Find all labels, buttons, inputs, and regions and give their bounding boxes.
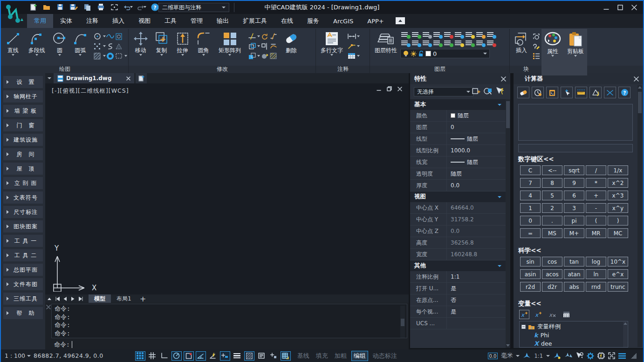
dimension-icon[interactable] <box>347 32 356 41</box>
annotation-monitor-icon[interactable] <box>281 351 291 361</box>
layer-restore-icon[interactable] <box>465 39 475 48</box>
sci-key[interactable]: rnd <box>586 282 606 292</box>
toggle-fill[interactable]: 填充 <box>314 351 330 361</box>
tab-online[interactable]: 在线 <box>274 14 300 28</box>
property-row-transparency[interactable]: 透明度随层 <box>410 168 506 180</box>
point-icon[interactable] <box>93 42 102 50</box>
quick-properties-icon[interactable] <box>256 351 267 361</box>
calc-key[interactable]: MS <box>542 228 562 238</box>
sidebar-item-site-plan[interactable]: 总图平面 <box>3 264 43 276</box>
property-row-height[interactable]: 高度36256.8 <box>410 237 506 249</box>
trim-icon[interactable] <box>247 32 256 41</box>
document-tab[interactable]: Drawing1.dwg <box>54 73 134 83</box>
sidebar-item-room[interactable]: 房 间 <box>3 148 43 160</box>
maximize-icon[interactable] <box>613 1 627 14</box>
boundary-icon[interactable] <box>115 52 123 60</box>
calculator-input[interactable] <box>518 144 633 152</box>
attribute-list-icon[interactable] <box>532 52 541 60</box>
calc-intersection-icon[interactable] <box>604 87 616 98</box>
object-snap-icon[interactable] <box>184 351 194 361</box>
property-row-lineweight[interactable]: 线宽随层 <box>410 157 506 168</box>
calc-key[interactable]: 8 <box>542 178 562 188</box>
annotation-visibility-icon[interactable] <box>523 352 531 359</box>
calc-key[interactable]: 1/x <box>608 165 628 175</box>
section-view[interactable]: 视图 <box>410 191 506 202</box>
calc-key[interactable]: ) <box>608 216 628 225</box>
layer-lock-icon[interactable] <box>443 31 454 39</box>
calc-key[interactable]: 6 <box>564 191 584 200</box>
sci-key[interactable]: abs <box>564 282 584 292</box>
layer-previous-icon[interactable] <box>443 39 454 48</box>
variable-item-dee[interactable]: Xdee <box>520 339 628 348</box>
layer-dropdown[interactable]: 0 <box>400 49 490 58</box>
scientific-header[interactable]: 科学<< <box>518 246 541 255</box>
tab-view[interactable]: 视图 <box>131 14 158 28</box>
layer-set-current-icon[interactable] <box>432 39 443 48</box>
property-row-center-y[interactable]: 中心点 Y31758.2 <box>410 214 506 225</box>
spline-icon[interactable] <box>106 42 115 50</box>
calc-history-icon[interactable] <box>532 87 544 98</box>
calc-key[interactable]: 3 <box>564 203 584 213</box>
calc-paste-to-command-icon[interactable] <box>546 87 558 98</box>
property-row-center-x[interactable]: 中心点 X64664.0 <box>410 202 506 214</box>
redo-dropdown-icon[interactable] <box>144 6 146 8</box>
auto-annotation-icon[interactable] <box>553 352 561 359</box>
object-snap-tracking-icon[interactable] <box>196 351 206 361</box>
new-file-icon[interactable] <box>28 2 38 12</box>
lineweight-icon[interactable] <box>232 351 242 361</box>
sci-key[interactable]: atan <box>564 269 584 279</box>
revision-cloud-icon[interactable] <box>93 32 102 41</box>
dynamic-input-icon[interactable] <box>220 351 230 361</box>
toggle-pickadd-icon[interactable] <box>484 87 492 95</box>
sidebar-item-text-symbols[interactable]: 文表符号 <box>3 191 43 204</box>
layer-freeze-icon[interactable] <box>432 31 443 39</box>
layer-properties-button[interactable]: 图层特性 <box>371 29 400 54</box>
erase-button[interactable]: 删除 <box>281 29 302 54</box>
property-row-linetype[interactable]: 线型随层 <box>410 133 506 145</box>
sidebar-item-block-patterns[interactable]: 图块图案 <box>3 220 43 232</box>
ribbon-collapse-icon[interactable] <box>396 17 405 24</box>
variable-tree-root[interactable]: x 变量样例 <box>520 322 628 331</box>
save-icon[interactable] <box>55 2 65 12</box>
status-menu-icon[interactable] <box>618 353 626 359</box>
layer-thaw-all-icon[interactable] <box>475 31 486 39</box>
section-other[interactable]: 其他 <box>410 260 506 271</box>
layout-menu-icon[interactable] <box>45 294 53 303</box>
tab-solid[interactable]: 实体 <box>53 14 79 28</box>
boundary-dropdown-icon[interactable] <box>124 55 127 57</box>
close-icon[interactable] <box>627 1 641 14</box>
ortho-mode-icon[interactable] <box>159 351 170 361</box>
scale-selector[interactable]: 1 : 100 <box>1 352 34 359</box>
calculator-history-box[interactable] <box>518 104 633 141</box>
layer-on-icon[interactable] <box>411 31 422 39</box>
settings-gear-icon[interactable] <box>587 352 594 360</box>
scale-icon[interactable] <box>247 52 256 60</box>
layer-isolate-icon[interactable] <box>422 31 432 39</box>
leader-dropdown-icon[interactable] <box>357 45 360 47</box>
sci-key[interactable]: ln <box>586 269 606 279</box>
tab-services[interactable]: 服务 <box>300 14 326 28</box>
tab-insert[interactable]: 插入 <box>105 14 131 28</box>
edit-variable-icon[interactable]: x <box>533 310 543 319</box>
command-input[interactable]: 命令: <box>51 340 407 349</box>
workspace-selector[interactable]: 二维草图与注释 <box>158 3 229 12</box>
first-layout-icon[interactable] <box>53 294 61 303</box>
calc-key[interactable]: x^2 <box>608 178 628 188</box>
table-icon[interactable] <box>347 52 356 60</box>
tab-home[interactable]: 常用 <box>27 14 53 28</box>
selection-cycling-icon[interactable] <box>268 351 279 361</box>
command-history[interactable]: 命令: 命令: 命令: 命令: <box>51 304 407 338</box>
region-icon[interactable] <box>115 32 123 41</box>
next-layout-icon[interactable] <box>69 294 77 303</box>
transparency-icon[interactable] <box>244 351 254 361</box>
copy-button[interactable]: 复制 <box>151 29 172 56</box>
offset-icon[interactable] <box>247 42 256 50</box>
create-block-icon[interactable] <box>532 32 541 41</box>
tab-manage[interactable]: 管理 <box>184 14 210 28</box>
calc-key[interactable]: ( <box>586 216 606 225</box>
new-variable-icon[interactable]: x <box>519 310 529 319</box>
calc-key[interactable]: = <box>520 228 541 238</box>
layer-list-icon[interactable] <box>400 39 411 48</box>
calculator-mode-icon[interactable] <box>561 310 571 319</box>
polar-tracking-icon[interactable] <box>171 351 182 361</box>
